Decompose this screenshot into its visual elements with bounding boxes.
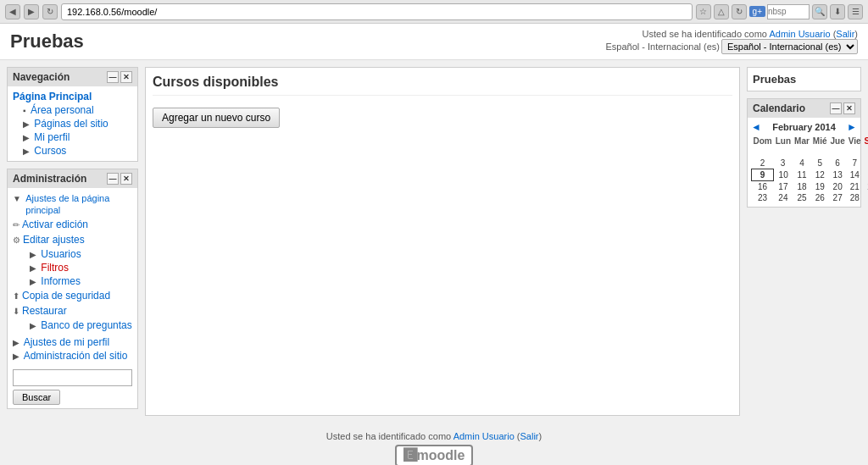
cal-header-mar: Mar xyxy=(793,136,811,147)
reload-icon[interactable]: ↻ xyxy=(732,4,747,19)
backup-icon: ⬆ xyxy=(13,291,19,301)
cal-month-year: February 2014 xyxy=(772,122,836,132)
logout-link[interactable]: Salir xyxy=(836,29,854,39)
admin-block-body: ▼ Ajustes de la página principal ✏ Activ… xyxy=(8,188,137,366)
cal-header-vie: Vie xyxy=(847,136,863,147)
cal-header-sab: Sáb xyxy=(863,136,868,147)
paginas-arrow[interactable]: ▶ xyxy=(23,119,30,129)
mi-perfil-arrow[interactable]: ▶ xyxy=(23,133,30,142)
nav-admin-sitio[interactable]: Administración del sitio xyxy=(24,349,128,363)
nav-area-personal[interactable]: Área personal xyxy=(31,103,94,117)
cal-week-4: 16 17 18 19 20 21 22 xyxy=(752,181,869,193)
g-search: g+ xyxy=(749,6,765,17)
cal-week-1: 1 xyxy=(752,147,869,158)
left-sidebar: Navegación — ✕ Página Principal ▪ Área p… xyxy=(7,67,138,416)
cal-collapse-icon[interactable]: — xyxy=(830,102,842,114)
user-info: Usted se ha identificado como Admin Usua… xyxy=(605,29,858,39)
cal-header-mie: Mié xyxy=(811,136,829,147)
footer-user-info: Usted se ha identificado como Admin Usua… xyxy=(8,431,860,441)
filtros-arrow[interactable]: ▶ xyxy=(30,263,36,273)
restore-icon: ⬇ xyxy=(13,307,19,316)
footer-user-link[interactable]: Admin Usuario xyxy=(453,431,515,441)
calendar-title: Calendario xyxy=(753,102,805,114)
forward-button[interactable]: ▶ xyxy=(24,4,39,19)
main-layout: Navegación — ✕ Página Principal ▪ Área p… xyxy=(0,60,868,423)
banco-arrow[interactable]: ▶ xyxy=(30,321,36,330)
cal-next-button[interactable]: ► xyxy=(847,121,857,133)
refresh-button[interactable]: ↻ xyxy=(42,4,58,19)
bookmark-icon[interactable]: △ xyxy=(714,4,729,19)
footer-logout-link[interactable]: Salir xyxy=(520,431,539,441)
main-content: Cursos disponibles Agregar un nuevo curs… xyxy=(145,67,740,416)
calendar-block: Calendario — ✕ ◄ February 2014 ► Dom Lu xyxy=(747,98,861,208)
nav-cursos[interactable]: Cursos xyxy=(34,144,66,158)
back-button[interactable]: ◀ xyxy=(5,4,20,19)
site-title: Pruebas xyxy=(10,30,84,53)
nav-config-icon[interactable]: ✕ xyxy=(120,71,132,83)
cal-header-lun: Lun xyxy=(774,136,793,147)
nav-copia-seguridad[interactable]: Copia de seguridad xyxy=(22,289,110,302)
calendar-header: Calendario — ✕ xyxy=(748,99,860,118)
usuarios-arrow[interactable]: ▶ xyxy=(30,250,36,259)
cal-prev-button[interactable]: ◄ xyxy=(751,121,761,133)
cal-week-3: 9 10 11 12 13 14 15 xyxy=(752,169,869,181)
browser-search[interactable] xyxy=(767,4,810,19)
gear-icon: ⚙ xyxy=(13,235,20,245)
moodle-logo: 🅴moodle xyxy=(395,445,474,465)
nav-block-body: Página Principal ▪ Área personal ▶ Págin… xyxy=(8,86,137,161)
cal-config-icon[interactable]: ✕ xyxy=(843,102,855,114)
pruebas-block: Pruebas xyxy=(747,67,861,91)
admin-block-header: Administración — ✕ xyxy=(8,169,137,188)
pencil-icon: ✏ xyxy=(13,220,19,230)
cal-week-2: 2 3 4 5 6 7 8 xyxy=(752,158,869,169)
nav-activar-edicion[interactable]: Activar edición xyxy=(22,218,88,231)
nav-restaurar[interactable]: Restaurar xyxy=(22,304,67,318)
search-button[interactable]: Buscar xyxy=(13,390,60,405)
admin-user-link[interactable]: Admin Usuario xyxy=(769,29,830,39)
top-header: Pruebas Usted se ha identificado como Ad… xyxy=(0,24,868,60)
admin-block: Administración — ✕ ▼ Ajustes de la págin… xyxy=(7,169,138,409)
nav-paginas-sitio[interactable]: Páginas del sitio xyxy=(34,117,108,130)
footer: Usted se ha identificado como Admin Usua… xyxy=(0,423,868,465)
search-box: Buscar xyxy=(8,366,137,408)
cal-week-5: 23 24 25 26 27 28 xyxy=(752,192,869,203)
cal-header-dom: Dom xyxy=(752,136,774,147)
browser-bar: ◀ ▶ ↻ ☆ △ ↻ g+ 🔍 ⬇ ☰ xyxy=(0,0,868,24)
url-bar[interactable] xyxy=(61,3,693,20)
admin-config-icon[interactable]: ✕ xyxy=(120,173,132,185)
pruebas-title: Pruebas xyxy=(748,68,860,91)
nav-block-header: Navegación — ✕ xyxy=(8,68,137,86)
search-browser-icon[interactable]: 🔍 xyxy=(812,4,827,19)
nav-informes[interactable]: Informes xyxy=(41,274,81,288)
nav-ajustes-mi-perfil[interactable]: Ajustes de mi perfil xyxy=(24,335,109,349)
admin-sitio-arrow[interactable]: ▶ xyxy=(13,352,19,361)
star-icon[interactable]: ☆ xyxy=(696,4,711,19)
ajustes-pagina-arrow[interactable]: ▼ xyxy=(13,194,21,203)
cal-header-jue: Jue xyxy=(829,136,847,147)
calendar-body: ◄ February 2014 ► Dom Lun Mar Mié Jue Vi… xyxy=(748,118,860,207)
nav-mi-perfil[interactable]: Mi perfil xyxy=(34,130,70,144)
menu-icon[interactable]: ☰ xyxy=(848,4,863,19)
nav-usuarios[interactable]: Usuarios xyxy=(41,247,81,261)
nav-filtros[interactable]: Filtros xyxy=(41,261,69,274)
content-title: Cursos disponibles xyxy=(153,75,732,96)
nav-banco-preguntas[interactable]: Banco de preguntas xyxy=(41,318,131,332)
lang-dropdown[interactable]: Español - Internacional (es) xyxy=(721,39,858,54)
right-sidebar: Pruebas Calendario — ✕ ◄ February 2014 ► xyxy=(747,67,861,416)
nav-block: Navegación — ✕ Página Principal ▪ Área p… xyxy=(7,67,138,162)
admin-collapse-icon[interactable]: — xyxy=(107,173,119,185)
nav-main-page[interactable]: Página Principal xyxy=(13,90,132,103)
add-course-button[interactable]: Agregar un nuevo curso xyxy=(153,108,280,128)
calendar-table: Dom Lun Mar Mié Jue Vie Sáb xyxy=(751,136,868,203)
nav-editar-ajustes[interactable]: Editar ajustes xyxy=(23,233,85,246)
search-input[interactable] xyxy=(13,369,132,386)
lang-selector: Español - Internacional (es) Español - I… xyxy=(605,39,858,54)
download-icon[interactable]: ⬇ xyxy=(830,4,845,19)
nav-collapse-icon[interactable]: — xyxy=(107,71,119,83)
cursos-arrow[interactable]: ▶ xyxy=(23,147,30,156)
ajustes-perfil-arrow[interactable]: ▶ xyxy=(13,338,19,347)
nav-ajustes-pagina[interactable]: Ajustes de la página principal xyxy=(13,192,109,216)
informes-arrow[interactable]: ▶ xyxy=(30,277,36,286)
area-personal-arrow[interactable]: ▪ xyxy=(23,106,26,115)
